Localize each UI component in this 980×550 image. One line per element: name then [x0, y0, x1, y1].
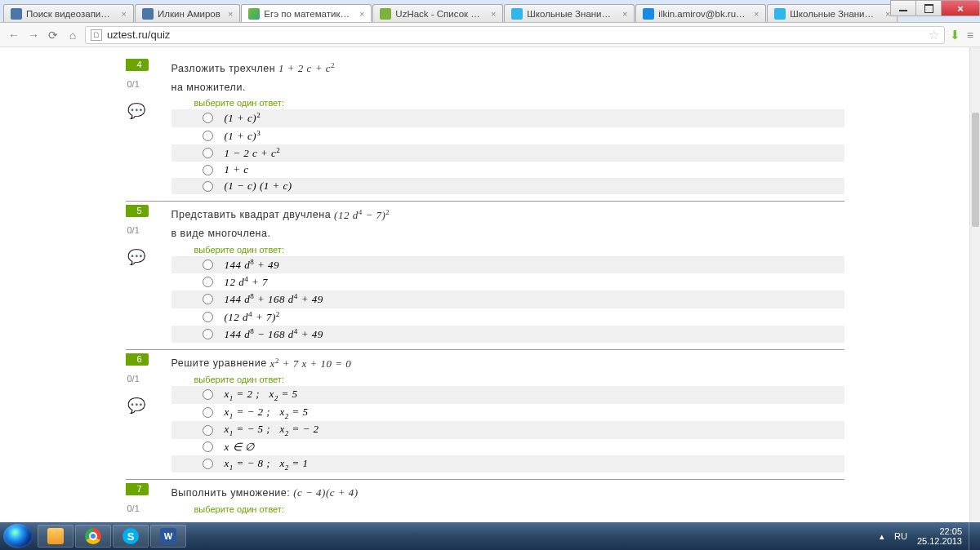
- answer-text: (1 − c) (1 + c): [225, 180, 292, 193]
- answer-option[interactable]: 144 d8 + 49: [172, 256, 844, 273]
- answer-text: x1 = − 8 ; x2 = 1: [225, 457, 309, 472]
- answer-option[interactable]: 144 d8 + 168 d4 + 49: [172, 291, 844, 308]
- answer-radio[interactable]: [203, 407, 213, 418]
- question-instruction: выберите один ответ:: [194, 375, 844, 384]
- answer-option[interactable]: 144 d8 − 168 d4 + 49: [172, 326, 844, 343]
- tab-close-icon[interactable]: ×: [122, 9, 127, 19]
- chrome-icon: [85, 528, 101, 544]
- answer-radio[interactable]: [203, 294, 213, 304]
- question-score: 0/1: [126, 225, 165, 235]
- browser-tab[interactable]: Илкин Амиров ×: [135, 4, 240, 22]
- windows-taskbar: S W ▴ RU 22:05 25.12.2013: [0, 522, 980, 550]
- question-text: Решите уравнение x2 + 7 x + 10 = 0: [172, 353, 844, 373]
- window-minimize-button[interactable]: [890, 0, 916, 16]
- scrollbar-thumb[interactable]: [972, 113, 979, 227]
- answer-option[interactable]: (1 − c) (1 + c): [172, 178, 844, 194]
- address-bar[interactable]: 🗋 uztest.ru/quiz ☆: [85, 26, 945, 44]
- answer-text: x1 = − 2 ; x2 = 5: [225, 406, 309, 420]
- answer-option[interactable]: x1 = − 5 ; x2 = − 2: [172, 421, 844, 439]
- answer-text: 144 d8 + 168 d4 + 49: [225, 292, 323, 306]
- reload-button[interactable]: ⟳: [46, 28, 60, 42]
- tab-title: Илкин Амиров: [158, 9, 220, 19]
- vertical-scrollbar[interactable]: [969, 47, 980, 522]
- comment-icon[interactable]: 💬: [126, 102, 165, 120]
- browser-tab[interactable]: Егэ по математике, п ×: [241, 4, 372, 22]
- clock-date: 25.12.2013: [917, 536, 962, 546]
- question-body: Решите уравнение x2 + 7 x + 10 = 0 выбер…: [165, 353, 844, 472]
- answer-option[interactable]: (1 + c)3: [172, 127, 844, 144]
- tab-close-icon[interactable]: ×: [622, 9, 627, 19]
- taskbar-explorer[interactable]: [38, 525, 74, 548]
- tray-chevron-icon[interactable]: ▴: [880, 531, 884, 542]
- browser-tab[interactable]: Поиск видеозаписей ×: [3, 4, 134, 22]
- question-body: Выполнить умножение: (c − 4)(c + 4) выбе…: [165, 483, 844, 522]
- tab-close-icon[interactable]: ×: [359, 9, 364, 19]
- answer-option[interactable]: 1 + c: [172, 162, 844, 178]
- answer-radio[interactable]: [203, 113, 213, 123]
- back-button[interactable]: ←: [7, 28, 21, 42]
- language-indicator[interactable]: RU: [891, 530, 911, 543]
- answer-text: (12 d4 + 7)2: [225, 310, 280, 324]
- window-close-button[interactable]: ×: [941, 0, 980, 16]
- answer-radio[interactable]: [203, 165, 213, 175]
- answer-options: x1 = 2 ; x2 = 5 x1 = − 2 ; x2 = 5 x1 = −…: [172, 386, 844, 472]
- comment-icon[interactable]: 💬: [126, 248, 165, 266]
- answer-option[interactable]: (12 d4 + 7)2: [172, 308, 844, 326]
- show-desktop-button[interactable]: [969, 522, 977, 550]
- start-button[interactable]: [3, 524, 33, 548]
- answer-option[interactable]: x1 = 2 ; x2 = 5: [172, 386, 844, 404]
- taskbar-chrome[interactable]: [75, 525, 111, 548]
- url-text: uztest.ru/quiz: [107, 29, 170, 41]
- answer-option[interactable]: 12 d4 + 7: [172, 273, 844, 291]
- tab-close-icon[interactable]: ×: [754, 9, 759, 19]
- comment-icon[interactable]: 💬: [126, 397, 165, 415]
- tab-close-icon[interactable]: ×: [228, 9, 233, 19]
- downloads-icon[interactable]: ⬇: [950, 28, 960, 42]
- answer-option[interactable]: 1 − 2 c + c2: [172, 144, 844, 162]
- question-instruction: выберите один ответ:: [194, 98, 844, 108]
- browser-tab[interactable]: Школьные Знания.со ×: [504, 4, 635, 22]
- answer-text: 12 d4 + 7: [225, 275, 269, 289]
- answer-option[interactable]: x ∈ ∅: [172, 439, 844, 455]
- question-number: 7: [126, 483, 149, 495]
- answer-option[interactable]: x1 = − 2 ; x2 = 5: [172, 404, 844, 422]
- browser-tab[interactable]: ilkin.amirov@bk.ru - П ×: [635, 4, 766, 22]
- tab-favicon: [248, 8, 260, 20]
- answer-option[interactable]: (1 + c)2: [172, 109, 844, 126]
- question-instruction: выберите один ответ:: [194, 245, 844, 255]
- question: 7 0/1 💬 Выполнить умножение: (c − 4)(c +…: [126, 479, 844, 522]
- tab-title: Поиск видеозаписей: [26, 9, 114, 19]
- answer-radio[interactable]: [203, 459, 213, 469]
- answer-radio[interactable]: [203, 425, 213, 436]
- answer-radio[interactable]: [203, 148, 213, 158]
- bookmark-star-icon[interactable]: ☆: [929, 28, 939, 42]
- browser-tab[interactable]: Школьные Знания.со ×: [767, 4, 898, 22]
- window-maximize-button[interactable]: [915, 0, 942, 16]
- answer-text: x ∈ ∅: [225, 441, 255, 454]
- answer-radio[interactable]: [203, 277, 213, 287]
- tab-favicon: [774, 8, 786, 20]
- answer-radio[interactable]: [203, 181, 213, 192]
- answer-radio[interactable]: [203, 441, 213, 452]
- question-sidebar: 5 0/1 💬: [126, 205, 165, 343]
- tab-favicon: [380, 8, 391, 20]
- taskbar-skype[interactable]: S: [113, 525, 149, 548]
- answer-option[interactable]: x1 = − 8 ; x2 = 1: [172, 455, 844, 473]
- tab-title: Школьные Знания.со: [527, 9, 615, 19]
- answer-radio[interactable]: [203, 131, 213, 141]
- word-icon: W: [160, 528, 176, 544]
- answer-radio[interactable]: [203, 312, 213, 322]
- question-sidebar: 7 0/1 💬: [126, 483, 165, 522]
- home-button[interactable]: ⌂: [65, 28, 80, 42]
- taskbar-clock[interactable]: 22:05 25.12.2013: [917, 526, 962, 546]
- answer-radio[interactable]: [203, 259, 213, 270]
- tab-close-icon[interactable]: ×: [491, 9, 496, 19]
- browser-tab[interactable]: UzHack - Список зад ×: [372, 4, 503, 22]
- menu-icon[interactable]: ≡: [967, 29, 973, 42]
- answer-radio[interactable]: [203, 389, 213, 400]
- answer-radio[interactable]: [203, 329, 213, 339]
- browser-tab-strip: Поиск видеозаписей × Илкин Амиров × Егэ …: [0, 0, 980, 23]
- taskbar-word[interactable]: W: [150, 525, 186, 548]
- forward-button[interactable]: →: [26, 28, 41, 42]
- tab-favicon: [142, 8, 154, 20]
